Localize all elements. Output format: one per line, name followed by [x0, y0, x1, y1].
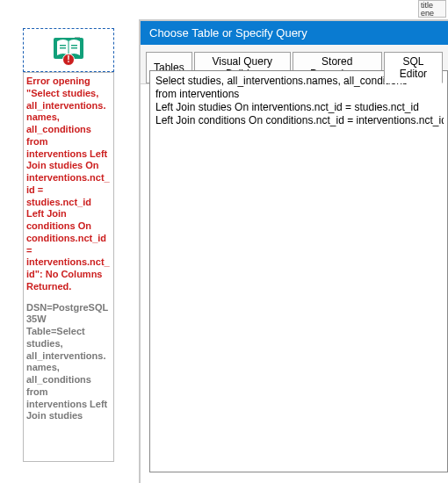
error-badge-icon	[62, 54, 75, 66]
error-detail-box: Error opening "Select studies, all_inter…	[23, 72, 114, 462]
svg-rect-2	[60, 47, 66, 48]
dsn-info: DSN=PostgreSQL35WTable=Select studies, a…	[26, 302, 111, 423]
svg-rect-3	[71, 45, 77, 46]
error-message: Error opening "Select studies, all_inter…	[26, 76, 111, 293]
left-panel: Error opening "Select studies, all_inter…	[23, 28, 114, 472]
fragment-line2: ene	[421, 10, 444, 18]
tab-sql-editor[interactable]: SQL Editor	[384, 52, 443, 83]
query-dialog: Choose Table or Specify Query Tables Vis…	[139, 19, 448, 483]
book-icon	[52, 34, 85, 62]
corner-fragment: title ene	[418, 0, 446, 18]
sql-editor-wrap	[149, 70, 448, 472]
datasource-card[interactable]	[23, 28, 114, 72]
dialog-title: Choose Table or Specify Query	[141, 21, 448, 45]
svg-rect-4	[71, 47, 77, 48]
svg-rect-1	[60, 45, 66, 46]
sql-editor[interactable]	[154, 73, 444, 470]
datasource-icon-wrap	[25, 32, 112, 68]
